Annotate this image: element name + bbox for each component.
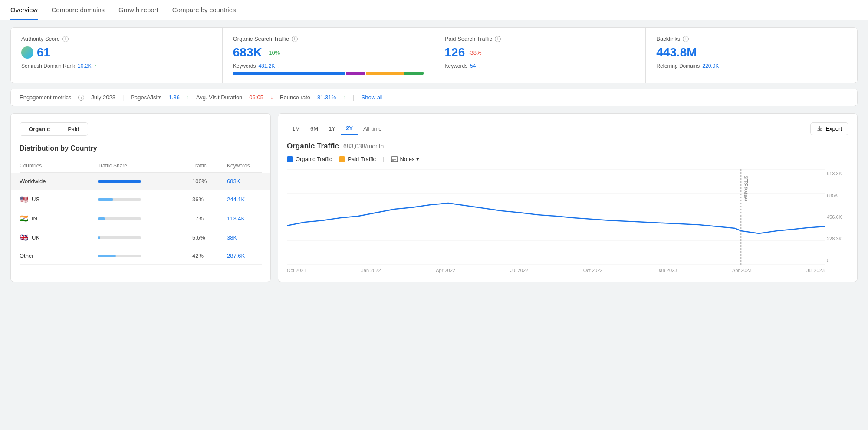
distribution-title: Distribution by Country: [20, 144, 262, 152]
chart-wrapper: SERP features: [287, 169, 825, 266]
notes-icon: [391, 156, 398, 162]
tab-paid[interactable]: Paid: [59, 123, 88, 135]
engagement-bar: Engagement metrics i July 2023 | Pages/V…: [10, 89, 858, 106]
legend-paid: Paid Traffic: [339, 156, 376, 162]
traffic-bar: [98, 217, 192, 220]
left-panel: Organic Paid Distribution by Country Cou…: [10, 113, 271, 282]
table-row[interactable]: 🇺🇸 US 36% 244.1K: [20, 190, 262, 209]
x-axis-labels: Oct 2021 Jan 2022 Apr 2022 Jul 2022 Oct …: [287, 268, 825, 273]
paid-legend-dot: [339, 156, 345, 162]
traffic-bar-fill: [98, 236, 100, 239]
paid-value: 126 -38%: [445, 46, 635, 59]
traffic-bar-bg: [98, 198, 141, 201]
traffic-pct: 36%: [192, 196, 227, 203]
organic-legend-dot: [287, 156, 293, 162]
organic-info-icon[interactable]: i: [292, 36, 298, 42]
paid-traffic-card: Paid Search Traffic i 126 -38% Keywords …: [434, 28, 646, 83]
svg-text:SERP features: SERP features: [743, 176, 749, 202]
time-1m[interactable]: 1M: [287, 123, 305, 135]
traffic-bar-fill: [98, 255, 116, 257]
country-name: UK: [32, 234, 39, 241]
country-name: Other: [20, 253, 34, 259]
authority-score-card: Authority Score i 61 Semrush Domain Rank…: [11, 28, 223, 83]
nav-compare-domains[interactable]: Compare domains: [52, 0, 105, 20]
traffic-pct: 5.6%: [192, 234, 227, 241]
flag-icon: 🇮🇳: [20, 214, 28, 223]
tab-organic[interactable]: Organic: [20, 123, 59, 135]
nav-compare-countries[interactable]: Compare by countries: [172, 0, 236, 20]
country-table: Worldwide 100% 683K 🇺🇸 US 36% 244.1K 🇮🇳 …: [20, 173, 262, 265]
organic-sub: Keywords 481.2K ↓: [233, 63, 424, 69]
engagement-info-icon[interactable]: i: [78, 95, 84, 101]
organic-value: 683K +10%: [233, 46, 424, 59]
organic-label: Organic Search Traffic i: [233, 36, 424, 42]
country-cell: 🇮🇳 IN: [20, 214, 98, 223]
authority-value: 61: [21, 46, 212, 59]
time-1y[interactable]: 1Y: [323, 123, 341, 135]
authority-info-icon[interactable]: i: [62, 36, 69, 42]
bounce-arrow: ↑: [343, 95, 346, 101]
traffic-bar-fill: [98, 198, 113, 201]
time-all[interactable]: All time: [358, 123, 387, 135]
traffic-bar-fill: [98, 180, 141, 183]
tab-group: Organic Paid: [20, 122, 88, 136]
traffic-pct: 100%: [192, 178, 227, 184]
table-header: Countries Traffic Share Traffic Keywords: [20, 159, 262, 173]
legend-organic: Organic Traffic: [287, 156, 332, 162]
table-row[interactable]: 🇬🇧 UK 5.6% 38K: [20, 228, 262, 247]
traffic-count: 683K: [227, 178, 262, 184]
country-cell: Other: [20, 253, 98, 259]
authority-label: Authority Score i: [21, 36, 212, 42]
backlinks-info-icon[interactable]: i: [683, 36, 689, 42]
traffic-count: 244.1K: [227, 196, 262, 203]
country-name: IN: [32, 215, 37, 222]
duration-arrow: ↓: [270, 95, 273, 101]
traffic-bar-bg: [98, 236, 141, 239]
bottom-section: Organic Paid Distribution by Country Cou…: [10, 113, 858, 282]
country-cell: Worldwide: [20, 178, 98, 184]
table-row[interactable]: Other 42% 287.6K: [20, 247, 262, 265]
traffic-bar: [98, 255, 192, 257]
organic-traffic-card: Organic Search Traffic i 683K +10% Keywo…: [223, 28, 434, 83]
traffic-count: 113.4K: [227, 215, 262, 222]
traffic-bar-fill: [98, 217, 105, 220]
authority-arrow: ↑: [94, 63, 96, 69]
country-name: US: [32, 196, 39, 203]
table-row[interactable]: Worldwide 100% 683K: [11, 173, 270, 190]
right-panel: 1M 6M 1Y 2Y All time Export Organic Traf…: [278, 113, 858, 282]
country-cell: 🇬🇧 UK: [20, 233, 98, 242]
traffic-pct: 17%: [192, 215, 227, 222]
show-all-link[interactable]: Show all: [362, 94, 383, 101]
y-axis-labels: 913.3K 685K 456.6K 228.3K 0: [827, 169, 848, 265]
metrics-row: Authority Score i 61 Semrush Domain Rank…: [10, 27, 858, 83]
traffic-bar-bg: [98, 217, 141, 220]
export-button[interactable]: Export: [810, 122, 848, 135]
time-2y[interactable]: 2Y: [341, 122, 358, 135]
notes-button[interactable]: Notes ▾: [391, 156, 419, 162]
chart-controls: 1M 6M 1Y 2Y All time Export: [287, 122, 848, 135]
paid-info-icon[interactable]: i: [495, 36, 501, 42]
traffic-count: 287.6K: [227, 253, 262, 259]
kb-green: [404, 72, 423, 75]
traffic-bar: [98, 180, 192, 183]
authority-sub: Semrush Domain Rank 10.2K ↑: [21, 63, 212, 69]
traffic-pct: 42%: [192, 253, 227, 259]
time-6m[interactable]: 6M: [305, 123, 323, 135]
chart-legend: Organic Traffic Paid Traffic | Notes ▾: [287, 156, 848, 162]
flag-icon: 🇬🇧: [20, 233, 28, 242]
nav-overview[interactable]: Overview: [10, 0, 38, 20]
kb-yellow: [366, 72, 404, 75]
backlinks-label: Backlinks i: [656, 36, 847, 42]
country-name: Worldwide: [20, 178, 46, 184]
table-row[interactable]: 🇮🇳 IN 17% 113.4K: [20, 209, 262, 228]
chart-title: Organic Traffic 683,038/month: [287, 142, 848, 151]
country-cell: 🇺🇸 US: [20, 195, 98, 204]
traffic-count: 38K: [227, 234, 262, 241]
keywords-bar: [233, 72, 424, 75]
nav-growth-report[interactable]: Growth report: [118, 0, 158, 20]
backlinks-card: Backlinks i 443.8M Referring Domains 220…: [646, 28, 857, 83]
main-content: Authority Score i 61 Semrush Domain Rank…: [0, 20, 868, 289]
kb-purple: [346, 72, 365, 75]
chart-container: SERP features 913.3K 685K 456.6K 228.3K …: [287, 169, 848, 266]
export-icon: [817, 126, 823, 132]
